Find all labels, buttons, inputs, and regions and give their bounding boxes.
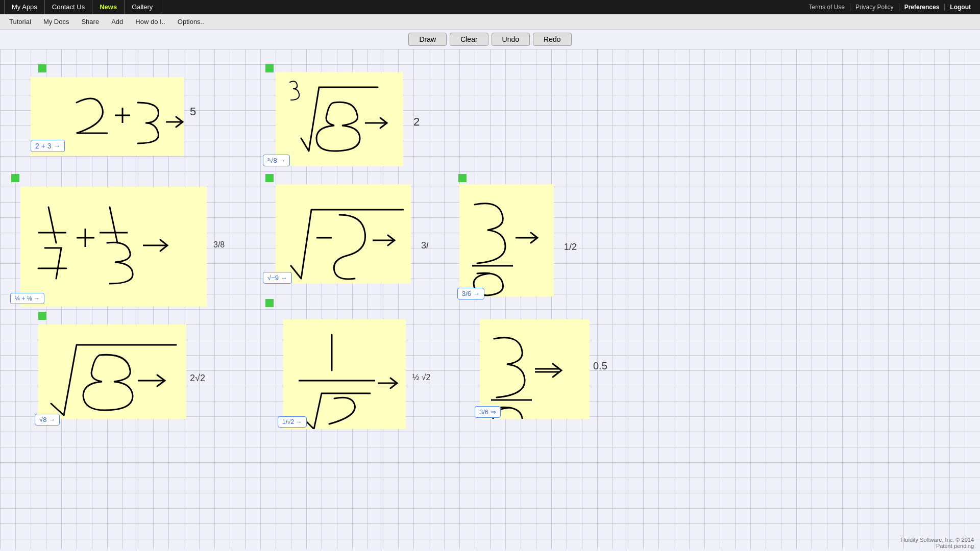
svg-line-4 <box>48 207 56 243</box>
result-sqrt-neg9: 3i <box>421 240 428 251</box>
result-3over6-top: 1/2 <box>564 242 577 253</box>
logout-link[interactable]: Logout <box>944 4 976 11</box>
draw-button[interactable]: Draw <box>408 33 447 46</box>
chip-sqrt8[interactable]: √8 → <box>35 414 60 425</box>
handwriting-fractions <box>20 187 207 307</box>
result-fractions: 3/8 <box>213 240 225 249</box>
handwriting-sqrt8 <box>38 324 186 419</box>
top-nav-left: My Apps Contact Us News Gallery <box>4 0 160 14</box>
svg-line-8 <box>110 207 117 243</box>
handwriting-3over6 <box>459 184 554 296</box>
handwriting-3over6-bottom <box>480 319 590 419</box>
card-fractions <box>20 187 207 307</box>
chip-fractions[interactable]: ¼ + ⅛ → <box>10 293 44 304</box>
footer: Fluidity Software, Inc. © 2014 Patent pe… <box>894 535 980 551</box>
card-1-over-sqrt2 <box>283 319 406 429</box>
card-3over6-top <box>459 184 554 296</box>
card-sqrt8 <box>38 324 186 419</box>
undo-button[interactable]: Undo <box>492 33 530 46</box>
chip-2plus3[interactable]: 2 + 3 → <box>31 140 65 152</box>
redo-button[interactable]: Redo <box>533 33 571 46</box>
nav-options[interactable]: Options.. <box>172 14 210 30</box>
toolbar: Draw Clear Undo Redo <box>0 30 980 49</box>
footer-line2: Patent pending <box>900 543 974 549</box>
card-sqrt-neg9 <box>276 184 411 284</box>
green-handle-2[interactable] <box>265 64 274 72</box>
card-cbrt8 <box>276 72 403 166</box>
preferences-link[interactable]: Preferences <box>899 4 945 11</box>
green-handle-6[interactable] <box>38 312 46 320</box>
nav-contact-us[interactable]: Contact Us <box>45 0 92 14</box>
chip-sqrt-neg9[interactable]: √−9 → <box>263 272 292 284</box>
chip-3over6-top[interactable]: 3/6 → <box>457 288 484 299</box>
chip-cbrt8[interactable]: ³√8 → <box>263 155 290 166</box>
green-handle-4[interactable] <box>265 174 274 182</box>
footer-line1: Fluidity Software, Inc. © 2014 <box>900 537 974 543</box>
result-sqrt8: 2√2 <box>190 373 205 384</box>
card-3over6-bottom <box>480 319 590 419</box>
clear-button[interactable]: Clear <box>450 33 488 46</box>
handwriting-1-over-sqrt2 <box>283 319 406 429</box>
top-nav-bar: My Apps Contact Us News Gallery Terms of… <box>0 0 980 14</box>
nav-my-apps[interactable]: My Apps <box>4 0 45 14</box>
nav-news[interactable]: News <box>92 0 125 14</box>
green-handle-5[interactable] <box>458 174 467 182</box>
nav-my-docs[interactable]: My Docs <box>37 14 76 30</box>
nav-how-do-i[interactable]: How do I.. <box>129 14 172 30</box>
green-handle-7[interactable] <box>265 299 274 307</box>
green-handle-1[interactable] <box>38 64 46 72</box>
terms-of-use-link[interactable]: Terms of Use <box>803 4 850 11</box>
result-3over6-bottom: 0.5 <box>593 360 607 372</box>
chip-1-over-sqrt2[interactable]: 1/√2 → <box>278 416 307 428</box>
canvas-area[interactable]: 5 2 + 3 → 2 ³√8 → <box>0 49 980 549</box>
privacy-policy-link[interactable]: Privacy Policy <box>850 4 899 11</box>
handwriting-cbrt8 <box>276 72 403 166</box>
chip-3over6-bottom[interactable]: 3/6 ⇒ <box>475 406 501 418</box>
nav-add[interactable]: Add <box>105 14 129 30</box>
handwriting-sqrt-neg9 <box>276 184 411 284</box>
result-1-over-sqrt2: ½ √2 <box>412 373 430 382</box>
top-nav-right: Terms of Use Privacy Policy Preferences … <box>803 4 976 11</box>
second-nav-bar: Tutorial My Docs Share Add How do I.. Op… <box>0 14 980 30</box>
result-2plus3: 5 <box>190 105 196 118</box>
nav-share[interactable]: Share <box>75 14 105 30</box>
nav-tutorial[interactable]: Tutorial <box>3 14 37 30</box>
green-handle-3[interactable] <box>11 174 19 182</box>
result-cbrt8: 2 <box>413 115 420 129</box>
nav-gallery[interactable]: Gallery <box>125 0 160 14</box>
